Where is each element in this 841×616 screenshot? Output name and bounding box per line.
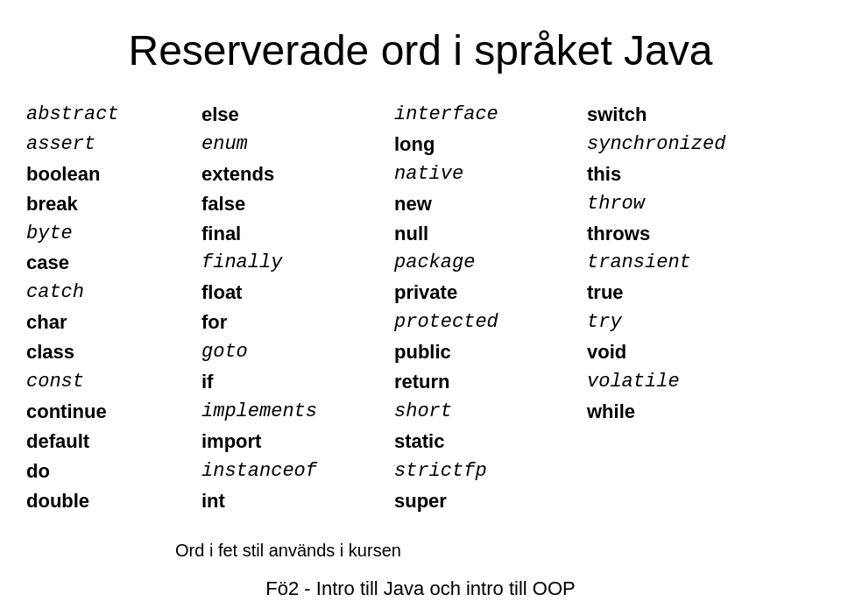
keyword-while: while <box>587 398 780 426</box>
keyword-import: import <box>201 428 394 456</box>
keyword-public: public <box>394 338 587 366</box>
keyword-synchronized: synchronized <box>587 131 780 159</box>
keyword-float: float <box>201 279 394 307</box>
keywords-container: abstractassertbooleanbreakbytecasecatchc… <box>0 92 841 523</box>
keyword-int: int <box>201 487 394 515</box>
keyword-super: super <box>394 487 587 515</box>
keyword-protected: protected <box>394 308 587 336</box>
keyword-this: this <box>587 160 780 188</box>
keyword-const: const <box>26 368 201 396</box>
keyword-long: long <box>394 131 587 159</box>
keyword-enum: enum <box>201 131 394 159</box>
keyword-column-2: elseenumextendsfalsefinalfinallyfloatfor… <box>201 101 394 514</box>
keyword-void: void <box>587 338 780 366</box>
keyword-abstract: abstract <box>26 101 201 129</box>
keyword-static: static <box>394 428 587 456</box>
keyword-switch: switch <box>587 101 780 129</box>
keyword-char: char <box>26 308 201 336</box>
keyword-false: false <box>201 190 394 218</box>
keyword-do: do <box>26 457 201 485</box>
keyword-transient: transient <box>587 249 780 277</box>
keyword-case: case <box>26 249 201 277</box>
keyword-return: return <box>394 368 587 396</box>
keyword-class: class <box>26 338 201 366</box>
keyword-try: try <box>587 308 780 336</box>
keyword-default: default <box>26 428 201 456</box>
keyword-final: final <box>201 220 394 248</box>
keyword-continue: continue <box>26 398 201 426</box>
keyword-implements: implements <box>201 398 394 426</box>
keyword-if: if <box>201 368 394 396</box>
keyword-column-1: abstractassertbooleanbreakbytecasecatchc… <box>26 101 201 514</box>
keyword-column-3: interfacelongnativenewnullpackageprivate… <box>394 101 587 514</box>
keyword-null: null <box>394 220 587 248</box>
keyword-volatile: volatile <box>587 368 780 396</box>
keyword-finally: finally <box>201 249 394 277</box>
keyword-interface: interface <box>394 101 587 129</box>
keyword-double: double <box>26 487 201 515</box>
keyword-byte: byte <box>26 220 201 248</box>
keyword-throw: throw <box>587 190 780 218</box>
keyword-true: true <box>587 279 780 307</box>
keyword-new: new <box>394 190 587 218</box>
keyword-break: break <box>26 190 201 218</box>
keyword-for: for <box>201 308 394 336</box>
keyword-assert: assert <box>26 131 201 159</box>
keyword-else: else <box>201 101 394 129</box>
keyword-native: native <box>394 160 587 188</box>
keyword-private: private <box>394 279 587 307</box>
footer-note: Ord i fet stil används i kursen <box>0 523 841 561</box>
keyword-boolean: boolean <box>26 160 201 188</box>
keyword-catch: catch <box>26 279 201 307</box>
keyword-short: short <box>394 398 587 426</box>
keyword-strictfp: strictfp <box>394 457 587 485</box>
keyword-package: package <box>394 249 587 277</box>
keyword-instanceof: instanceof <box>201 457 394 485</box>
keyword-goto: goto <box>201 338 394 366</box>
keyword-column-4: switchsynchronizedthisthrowthrowstransie… <box>587 101 780 514</box>
keyword-extends: extends <box>201 160 394 188</box>
bottom-label: Fö2 - Intro till Java och intro till OOP <box>0 577 841 600</box>
keyword-throws: throws <box>587 220 780 248</box>
page-title: Reserverade ord i språket Java <box>0 0 841 92</box>
